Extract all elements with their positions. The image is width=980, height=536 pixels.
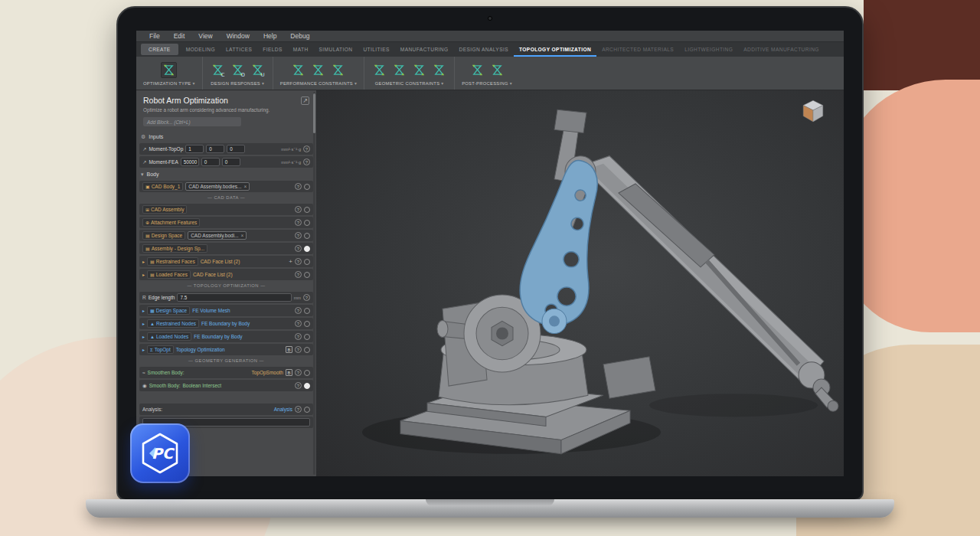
- help-icon[interactable]: ?: [295, 245, 302, 252]
- geometric-constraint-icon-1[interactable]: [371, 62, 387, 78]
- tab-fields[interactable]: FIELDS: [257, 42, 288, 57]
- visibility-toggle[interactable]: [304, 383, 310, 389]
- visibility-toggle[interactable]: [304, 233, 310, 239]
- design-response-displacement-icon[interactable]: U: [250, 62, 266, 78]
- 3d-viewport[interactable]: [316, 90, 844, 476]
- toolbar-dropdown-design-responses[interactable]: DESIGN RESPONSES▾: [211, 81, 264, 86]
- variable-chip[interactable]: ⊕Attachment Features: [142, 218, 200, 227]
- help-icon[interactable]: ?: [295, 406, 302, 413]
- optimization-type-icon[interactable]: [161, 62, 177, 78]
- help-icon[interactable]: ?: [295, 307, 302, 314]
- add-item-icon[interactable]: +: [289, 258, 292, 265]
- geometric-constraint-icon-3[interactable]: [411, 62, 427, 78]
- visibility-toggle[interactable]: [304, 184, 310, 190]
- variable-chip[interactable]: ▤Design Space: [142, 231, 185, 240]
- toolbar-dropdown-optimization-type[interactable]: OPTIMIZATION TYPE▾: [143, 81, 195, 86]
- robot-arm-model[interactable]: [316, 90, 844, 476]
- visibility-toggle[interactable]: [304, 321, 310, 327]
- variable-chip[interactable]: ▣CAD Body_1: [142, 182, 183, 191]
- tab-lightweighting[interactable]: LIGHTWEIGHTING: [679, 42, 738, 57]
- block-row-loaded-faces[interactable]: ▸▤Loaded FacesCAD Face List (2)?: [139, 269, 313, 280]
- help-icon[interactable]: ?: [303, 145, 310, 152]
- help-icon[interactable]: ?: [295, 346, 302, 353]
- visibility-toggle[interactable]: [304, 207, 310, 213]
- block-row-edge-length[interactable]: REdge length7.5mm?: [139, 292, 313, 303]
- block-row-restrained-nodes[interactable]: ▸▲Restrained NodesFE Boundary by Body?: [139, 318, 313, 329]
- design-response-stress-icon[interactable]: O: [230, 62, 246, 78]
- visibility-toggle[interactable]: [304, 220, 310, 226]
- visibility-toggle[interactable]: [304, 272, 310, 278]
- toolbar-dropdown-geometric-constraints[interactable]: GEOMETRIC CONSTRAINTS▾: [375, 81, 444, 86]
- remove-icon[interactable]: ×: [244, 184, 247, 189]
- visibility-toggle[interactable]: [304, 334, 310, 340]
- block-row-smooth-body[interactable]: ◉Smooth Body:Boolean Intersect?: [139, 380, 313, 391]
- variable-chip[interactable]: ▤Loaded Faces: [147, 270, 191, 279]
- help-icon[interactable]: ?: [295, 219, 302, 226]
- variable-chip[interactable]: ▲Restrained Nodes: [147, 319, 199, 328]
- help-icon[interactable]: ?: [303, 294, 310, 301]
- block-row-moment-fea[interactable]: ↗Moment-FEA5000000mm²·s⁻²·g?: [139, 156, 313, 168]
- block-row-cad-body-1[interactable]: ▣CAD Body_1CAD Assembly.bodies...×?: [139, 181, 313, 192]
- variable-chip[interactable]: ▦Design Space: [147, 306, 190, 315]
- variable-chip[interactable]: ⊞CAD Assembly: [142, 205, 187, 214]
- value-input[interactable]: 7.5: [177, 293, 291, 302]
- expand-arrow-icon[interactable]: ▸: [142, 347, 145, 352]
- visibility-toggle[interactable]: [304, 347, 310, 353]
- number-input[interactable]: 50000: [181, 158, 199, 166]
- block-row-assembly-design-sp[interactable]: ▤Assembly - Design Sp...?: [139, 243, 313, 254]
- tab-architected-materials[interactable]: ARCHITECTED MATERIALS: [596, 42, 679, 57]
- tab-create[interactable]: CREATE: [141, 44, 178, 55]
- number-input[interactable]: 0: [206, 145, 224, 153]
- toolbar-dropdown-performance-constraints[interactable]: PERFORMANCE CONSTRAINTS▾: [280, 81, 357, 86]
- tab-utilities[interactable]: UTILITIES: [358, 42, 394, 57]
- help-icon[interactable]: ?: [295, 206, 302, 213]
- section-inputs[interactable]: ⚙Inputs: [141, 132, 312, 142]
- help-icon[interactable]: ?: [295, 369, 302, 376]
- help-icon[interactable]: ?: [295, 333, 302, 340]
- menu-item-file[interactable]: File: [142, 32, 167, 40]
- performance-constraint-icon-1[interactable]: [290, 62, 306, 78]
- tab-design-analysis[interactable]: DESIGN ANALYSIS: [453, 42, 514, 57]
- help-icon[interactable]: ?: [295, 320, 302, 327]
- toolbar-dropdown-post-processing[interactable]: POST-PROCESSING▾: [462, 81, 512, 86]
- number-input[interactable]: 1: [185, 145, 204, 153]
- tab-lattices[interactable]: LATTICES: [220, 42, 257, 57]
- block-row-design-space[interactable]: ▤Design SpaceCAD Assembly.bodi...×?: [139, 230, 313, 241]
- geometric-constraint-icon-2[interactable]: [391, 62, 407, 78]
- block-row-topopt[interactable]: ▸ΣTopOptTopology OptimizationB?: [139, 344, 313, 355]
- variable-chip[interactable]: ΣTopOpt: [147, 345, 174, 354]
- view-cube[interactable]: [801, 98, 825, 123]
- remove-icon[interactable]: ×: [241, 233, 244, 238]
- post-processing-icon-1[interactable]: [469, 62, 485, 78]
- block-row-restrained-faces[interactable]: ▸▤Restrained FacesCAD Face List (2)+?: [139, 256, 313, 267]
- help-icon[interactable]: ?: [295, 232, 302, 239]
- variable-chip[interactable]: ▤Assembly - Design Sp...: [142, 244, 207, 253]
- menu-item-window[interactable]: Window: [220, 32, 256, 40]
- variable-chip[interactable]: ▲Loaded Nodes: [147, 332, 191, 341]
- tab-manufacturing[interactable]: MANUFACTURING: [395, 42, 454, 57]
- expand-arrow-icon[interactable]: ▸: [142, 308, 145, 313]
- menu-item-debug[interactable]: Debug: [283, 32, 316, 40]
- block-row-loaded-nodes[interactable]: ▸▲Loaded NodesFE Boundary by Body?: [139, 331, 313, 342]
- variable-chip[interactable]: ▤Restrained Faces: [147, 257, 198, 266]
- tab-simulation[interactable]: SIMULATION: [314, 42, 358, 57]
- value-chip[interactable]: CAD Assembly.bodies...×: [185, 182, 250, 191]
- help-icon[interactable]: ?: [295, 382, 302, 389]
- expand-arrow-icon[interactable]: ▸: [142, 321, 145, 326]
- help-icon[interactable]: ?: [295, 258, 302, 265]
- number-input[interactable]: 0: [222, 158, 240, 166]
- tab-additive-manufacturing[interactable]: ADDITIVE MANUFACTURING: [738, 42, 825, 57]
- add-block-input[interactable]: Add Block... (Ctrl+L): [143, 117, 241, 126]
- expand-arrow-icon[interactable]: ▸: [142, 259, 145, 264]
- help-icon[interactable]: ?: [295, 271, 302, 278]
- expand-arrow-icon[interactable]: ▸: [142, 334, 145, 339]
- block-row-smoothen-body[interactable]: ≈Smoothen Body:TopOpSmoothB?: [139, 367, 313, 378]
- help-icon[interactable]: ?: [303, 159, 310, 165]
- notebook-export-icon[interactable]: ↗: [301, 96, 309, 105]
- help-icon[interactable]: ?: [295, 183, 302, 190]
- tab-topology-optimization[interactable]: TOPOLOGY OPTIMIZATION: [514, 42, 596, 57]
- panel-scrollbar-thumb[interactable]: [313, 93, 315, 133]
- block-row-analysis[interactable]: Analysis:Analysis?: [139, 404, 313, 415]
- expand-arrow-icon[interactable]: ▸: [142, 272, 145, 277]
- visibility-toggle[interactable]: [304, 308, 310, 314]
